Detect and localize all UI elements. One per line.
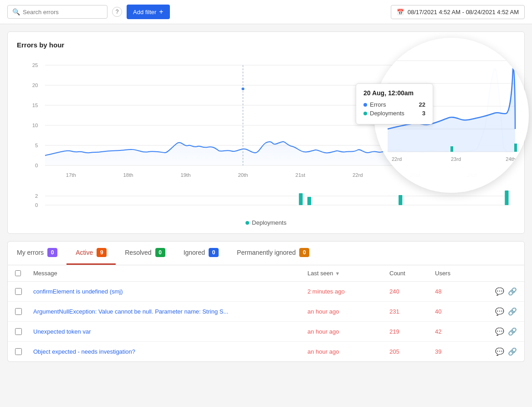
svg-rect-28 [399, 195, 402, 205]
svg-text:18th: 18th [123, 172, 133, 178]
tab-resolved[interactable]: Resolved 0 [116, 242, 174, 265]
comment-icon-1[interactable]: 💬 [495, 287, 504, 296]
svg-point-21 [241, 87, 245, 91]
errors-table: Message Last seen ▼ Count Users [7, 265, 525, 362]
row-checkbox-3 [15, 328, 33, 335]
svg-text:17th: 17th [66, 172, 76, 178]
svg-text:15: 15 [32, 103, 38, 108]
row-1-message: confirmElement is undefined (smj) [33, 288, 307, 295]
tooltip-deployments-label: Deployments [370, 110, 404, 117]
svg-text:23rd: 23rd [451, 156, 461, 162]
search-input[interactable] [23, 9, 102, 15]
svg-rect-27 [307, 197, 311, 205]
tooltip-deployments-row: Deployments 3 [363, 110, 425, 117]
row-4-users: 39 [435, 348, 481, 355]
tab-ignored[interactable]: Ignored 0 [174, 242, 228, 265]
row-3-users: 42 [435, 328, 481, 335]
row-3-checkbox[interactable] [15, 328, 22, 335]
row-1-link[interactable]: confirmElement is undefined (smj) [33, 288, 123, 295]
tooltip-date: 20 Aug, 12:00am [363, 89, 425, 97]
row-2-checkbox[interactable] [15, 308, 22, 315]
search-container: 🔍 [7, 5, 107, 19]
search-icon: 🔍 [12, 8, 20, 15]
col-last-seen-label: Last seen [307, 270, 333, 277]
row-3-link[interactable]: Unexpected token var [33, 328, 91, 335]
add-filter-button[interactable]: Add filter + [127, 5, 170, 19]
svg-text:20: 20 [32, 82, 38, 88]
chart-tooltip: 20 Aug, 12:00am Errors 22 Deployments 3 [356, 83, 433, 124]
tab-permanently-ignored-label: Permanently ignored [237, 249, 296, 256]
svg-rect-26 [299, 193, 302, 205]
svg-text:2: 2 [35, 193, 38, 199]
row-1-checkbox[interactable] [15, 288, 22, 295]
help-button[interactable]: ? [112, 7, 122, 17]
col-message: Message [33, 270, 307, 277]
tooltip-errors-label: Errors [370, 101, 386, 108]
svg-text:21st: 21st [296, 172, 306, 178]
link-icon-3[interactable]: 🔗 [508, 327, 517, 336]
svg-rect-35 [450, 146, 453, 152]
table-row: Unexpected token var an hour ago 219 42 … [8, 322, 524, 342]
chart-card: Errors by hour 25 20 15 10 5 0 17th [7, 31, 525, 234]
row-2-last-seen: an hour ago [307, 308, 389, 315]
svg-text:20th: 20th [238, 172, 248, 178]
table-row: confirmElement is undefined (smj) 2 minu… [8, 282, 524, 302]
row-4-link[interactable]: Object expected - needs investigation? [33, 348, 135, 355]
table-header: Message Last seen ▼ Count Users [8, 265, 524, 282]
col-count-label: Count [389, 270, 405, 277]
row-1-last-seen: 2 minutes ago [307, 288, 389, 295]
row-3-message: Unexpected token var [33, 328, 307, 335]
tab-my-errors-label: My errors [17, 249, 44, 256]
svg-text:10: 10 [32, 123, 38, 128]
row-checkbox-1 [15, 288, 33, 295]
tab-active[interactable]: Active 9 [66, 242, 116, 265]
table-row: Object expected - needs investigation? a… [8, 342, 524, 361]
deployments-legend-label: Deployments [252, 219, 286, 226]
comment-icon-4[interactable]: 💬 [495, 347, 504, 356]
col-count: Count [389, 270, 435, 277]
row-1-count: 240 [389, 288, 435, 295]
row-2-message: ArgumentNullException: Value cannot be n… [33, 308, 307, 315]
svg-text:0: 0 [35, 163, 38, 168]
svg-text:19th: 19th [180, 172, 190, 178]
comment-icon-2[interactable]: 💬 [495, 307, 504, 316]
main-content: Errors by hour 25 20 15 10 5 0 17th [0, 24, 532, 369]
row-3-last-seen: an hour ago [307, 328, 389, 335]
row-2-users: 40 [435, 308, 481, 315]
tab-active-label: Active [76, 249, 93, 256]
row-4-last-seen: an hour ago [307, 348, 389, 355]
errors-dot [363, 103, 367, 107]
link-icon-4[interactable]: 🔗 [508, 347, 517, 356]
row-4-checkbox[interactable] [15, 348, 22, 355]
row-4-actions: 💬 🔗 [481, 347, 517, 356]
row-2-link[interactable]: ArgumentNullException: Value cannot be n… [33, 308, 228, 315]
chart-legend: Deployments [17, 219, 515, 226]
tab-permanently-ignored-badge: 0 [299, 248, 309, 257]
tab-permanently-ignored[interactable]: Permanently ignored 0 [228, 242, 318, 265]
row-checkbox-4 [15, 348, 33, 355]
svg-rect-36 [514, 144, 517, 152]
sort-icon: ▼ [335, 271, 340, 276]
tabs-bar: My errors 0 Active 9 Resolved 0 Ignored … [7, 241, 525, 265]
table-row: ArgumentNullException: Value cannot be n… [8, 302, 524, 322]
col-message-label: Message [33, 270, 57, 277]
row-1-users: 48 [435, 288, 481, 295]
svg-text:22rd: 22rd [353, 172, 363, 178]
row-3-actions: 💬 🔗 [481, 327, 517, 336]
deployments-legend-dot [246, 221, 249, 225]
tooltip-errors-row: Errors 22 [363, 101, 425, 108]
top-bar: 🔍 ? Add filter + 📅 08/17/2021 4:52 AM - … [0, 0, 532, 24]
tab-my-errors[interactable]: My errors 0 [8, 242, 66, 265]
select-all-checkbox[interactable] [15, 270, 21, 276]
svg-text:22rd: 22rd [392, 156, 402, 162]
link-icon-1[interactable]: 🔗 [508, 287, 517, 296]
errors-section: My errors 0 Active 9 Resolved 0 Ignored … [7, 241, 525, 362]
comment-icon-3[interactable]: 💬 [495, 327, 504, 336]
row-4-count: 205 [389, 348, 435, 355]
link-icon-2[interactable]: 🔗 [508, 307, 517, 316]
tab-ignored-label: Ignored [184, 249, 205, 256]
col-last-seen[interactable]: Last seen ▼ [307, 270, 389, 277]
row-2-count: 231 [389, 308, 435, 315]
chart-area: 25 20 15 10 5 0 17th 18th 19th 20th 21st… [17, 56, 515, 216]
date-range-picker[interactable]: 📅 08/17/2021 4:52 AM - 08/24/2021 4:52 A… [391, 5, 525, 19]
